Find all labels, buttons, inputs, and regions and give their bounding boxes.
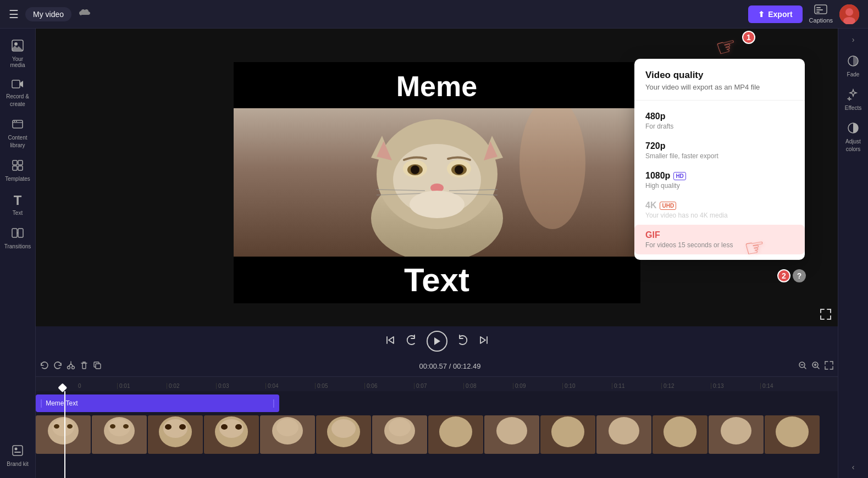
quality-option-480p[interactable]: 480p For drafts xyxy=(634,106,805,136)
svg-point-67 xyxy=(235,424,242,430)
sidebar-label-your-media: Your media xyxy=(5,56,30,68)
quality-option-1080p[interactable]: 1080p HD High quality xyxy=(634,165,805,195)
adjust-colors-label: Adjust xyxy=(845,138,861,144)
quality-option-gif[interactable]: GIF For videos 15 seconds or less xyxy=(634,225,805,254)
zoom-in-button[interactable] xyxy=(811,361,820,372)
quality-divider xyxy=(634,100,805,101)
strip-thumb-7 xyxy=(428,415,483,454)
effects-icon xyxy=(847,88,859,103)
svg-point-20 xyxy=(15,448,18,451)
skip-start-button[interactable] xyxy=(385,335,396,348)
export-button[interactable]: ⬆ Export xyxy=(748,5,802,23)
sidebar-label-brand-kit: Brand kit xyxy=(7,461,28,467)
undo-button[interactable] xyxy=(40,361,49,372)
quality-title: Video quality xyxy=(645,70,794,81)
strip-thumb-12 xyxy=(709,415,764,454)
sidebar-expand-icon[interactable]: ‹ xyxy=(852,463,855,471)
sidebar-item-brand-kit[interactable]: Brand kit xyxy=(2,440,34,471)
copy-button[interactable] xyxy=(93,361,102,372)
sidebar-item-your-media[interactable]: Your media xyxy=(2,35,34,73)
play-button[interactable] xyxy=(427,331,447,352)
svg-point-56 xyxy=(110,424,115,429)
delete-button[interactable] xyxy=(80,361,89,372)
sidebar-item-content-library[interactable]: Content library xyxy=(2,114,34,153)
svg-rect-9 xyxy=(12,80,20,88)
playback-controls xyxy=(36,326,838,356)
skip-end-button[interactable] xyxy=(478,335,489,348)
quality-1080p-desc: High quality xyxy=(645,182,794,190)
strip-thumb-11 xyxy=(653,415,707,454)
captions-label: Captions xyxy=(809,17,833,24)
content-library-icon xyxy=(12,118,24,133)
strip-thumb-9 xyxy=(540,415,595,454)
svg-point-82 xyxy=(551,416,584,447)
your-media-icon xyxy=(12,40,24,54)
zoom-out-button[interactable] xyxy=(798,361,807,372)
svg-point-88 xyxy=(721,417,751,444)
svg-rect-19 xyxy=(13,446,23,455)
ruler-mark-13: 0:13 xyxy=(711,383,760,389)
adjust-colors-icon xyxy=(847,122,859,137)
sidebar-item-record-create[interactable]: Record & create xyxy=(2,75,34,112)
svg-point-11 xyxy=(14,121,15,122)
video-title[interactable]: My video xyxy=(25,7,71,21)
right-sidebar-item-fade[interactable]: Fade xyxy=(839,51,867,82)
svg-rect-16 xyxy=(18,166,23,170)
captions-icon xyxy=(814,4,827,17)
ruler-mark-1: 0:01 xyxy=(117,383,167,389)
ruler-mark-0: 0 xyxy=(76,383,117,389)
quality-option-720p[interactable]: 720p Smaller file, faster export xyxy=(634,136,805,165)
center-area: Meme xyxy=(36,29,838,478)
ruler-mark-2: 0:02 xyxy=(167,383,216,389)
strip-thumb-8 xyxy=(484,415,539,454)
cut-button[interactable] xyxy=(67,361,75,372)
ruler-mark-6: 0:06 xyxy=(364,383,414,389)
redo-button[interactable] xyxy=(53,361,62,372)
svg-point-57 xyxy=(123,424,129,429)
svg-rect-15 xyxy=(13,166,17,170)
ruler-mark-8: 0:08 xyxy=(463,383,513,389)
quality-gif-label: GIF xyxy=(645,230,660,240)
fullscreen-button[interactable] xyxy=(820,309,831,322)
ruler-mark-3: 0:03 xyxy=(216,383,266,389)
svg-point-78 xyxy=(439,416,472,447)
track-label: Meme Text xyxy=(46,399,78,407)
quality-720p-desc: Smaller file, faster export xyxy=(645,152,794,160)
right-sidebar-item-adjust-colors[interactable]: Adjust colors xyxy=(839,118,867,157)
playhead[interactable] xyxy=(64,391,65,478)
quality-gif-desc: For videos 15 seconds or less xyxy=(645,241,794,249)
track-handle-left: | xyxy=(40,398,42,408)
timeline-content: 0 0:01 0:02 0:03 0:04 0:05 0:06 0:07 0:0… xyxy=(36,377,838,478)
topbar-right: ⬆ Export Captions xyxy=(748,4,859,24)
forward-button[interactable] xyxy=(457,335,468,348)
timeline-time: 00:00.57 / 00:12.49 xyxy=(419,362,480,370)
menu-icon[interactable]: ☰ xyxy=(9,8,19,21)
topbar: ☰ My video ⬆ Export Captions xyxy=(0,0,868,29)
strip-thumb-3 xyxy=(204,415,259,454)
strip-thumb-5 xyxy=(316,415,371,454)
question-badge: ? xyxy=(793,269,806,282)
sidebar-item-transitions[interactable]: Transitions xyxy=(2,223,34,254)
svg-point-52 xyxy=(67,424,73,429)
tracks-area: | Meme Text | xyxy=(36,391,838,478)
sidebar-item-text[interactable]: T Text xyxy=(2,188,34,220)
text-track[interactable]: | Meme Text | xyxy=(36,394,279,412)
svg-point-43 xyxy=(68,366,70,369)
templates-icon xyxy=(12,159,24,174)
fit-button[interactable] xyxy=(825,361,833,372)
captions-button[interactable]: Captions xyxy=(809,4,833,24)
sidebar-item-templates[interactable]: Templates xyxy=(2,155,34,186)
svg-point-35 xyxy=(411,165,419,174)
avatar[interactable] xyxy=(839,4,859,24)
track-handle-right: | xyxy=(273,398,275,408)
svg-point-42 xyxy=(410,191,465,218)
strip-thumb-13 xyxy=(765,415,820,454)
ruler-mark-10: 0:10 xyxy=(562,383,612,389)
quality-option-4k[interactable]: 4K UHD Your video has no 4K media xyxy=(634,195,805,225)
quality-subtitle: Your video will export as an MP4 file xyxy=(645,83,794,91)
right-sidebar-item-effects[interactable]: Effects xyxy=(839,84,867,115)
sidebar-collapse-icon[interactable]: › xyxy=(852,35,855,44)
rewind-button[interactable] xyxy=(406,335,417,348)
svg-rect-1 xyxy=(816,7,821,8)
ruler-mark-4: 0:04 xyxy=(266,383,315,389)
